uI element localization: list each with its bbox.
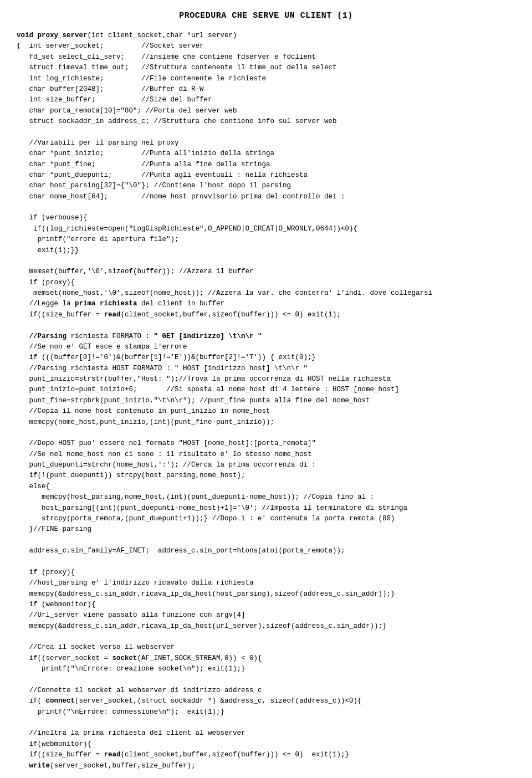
page-title: PROCEDURA CHE SERVE UN CLIENT (1) [17, 11, 515, 21]
code-content: void proxy_server(int client_socket,char… [17, 30, 515, 778]
